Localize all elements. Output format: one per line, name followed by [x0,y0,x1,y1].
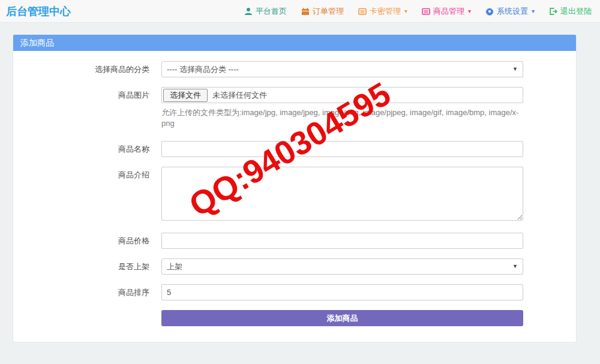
nav-item-label: 商品管理 [433,6,464,17]
intro-textarea[interactable] [161,167,523,221]
price-label: 商品价格 [13,233,161,249]
nav-item-label: 订单管理 [313,6,344,17]
nav-item-orders[interactable]: 订单管理 [301,6,344,17]
nav-item-label: 卡密管理 [370,6,401,17]
name-label: 商品名称 [13,141,161,157]
add-product-form: 选择商品的分类 ---- 选择商品分类 ---- ▼ 商品图片 选择文件 未选择… [13,51,576,342]
image-row: 商品图片 选择文件 未选择任何文件 允许上传的文件类型为:image/jpg, … [13,87,576,129]
submit-row: 添加商品 [13,310,576,326]
file-status-text: 未选择任何文件 [212,90,267,101]
price-row: 商品价格 [13,233,576,249]
nav-item-logout[interactable]: 退出登陆 [549,6,592,17]
panel-title: 添加商品 [13,35,576,51]
shelf-label: 是否上架 [13,258,161,275]
caret-down-icon: ▾ [468,8,471,14]
shelf-select[interactable]: 上架 [161,258,523,275]
nav-item-settings[interactable]: 系统设置 ▾ [485,6,535,17]
choose-file-button[interactable]: 选择文件 [163,89,208,102]
gear-icon [485,7,494,16]
upload-help-text: 允许上传的文件类型为:image/jpg, image/jpeg, image/… [161,107,523,129]
top-navbar: 后台管理中心 平台首页 订单管理 [0,0,600,23]
nav-item-home[interactable]: 平台首页 [244,6,287,17]
category-select[interactable]: ---- 选择商品分类 ---- [161,61,523,77]
caret-down-icon: ▾ [532,8,535,14]
caret-down-icon: ▾ [404,8,407,14]
nav-item-label: 退出登陆 [560,6,592,17]
nav-item-label: 平台首页 [256,6,287,17]
intro-row: 商品介绍 [13,167,576,223]
brand-title[interactable]: 后台管理中心 [6,4,71,19]
shelf-row: 是否上架 上架 ▼ [13,258,576,275]
price-input[interactable] [161,233,523,249]
sort-input[interactable] [161,284,523,300]
user-icon [244,7,253,16]
add-product-button[interactable]: 添加商品 [161,310,523,326]
card-list-icon [358,7,367,16]
file-input[interactable]: 选择文件 未选择任何文件 [161,87,523,103]
logout-icon [549,7,557,16]
nav-item-products[interactable]: 商品管理 ▾ [422,6,471,17]
sort-row: 商品排序 [13,284,576,300]
category-row: 选择商品的分类 ---- 选择商品分类 ---- ▼ [13,61,576,77]
intro-label: 商品介绍 [13,167,161,223]
nav-item-cards[interactable]: 卡密管理 ▾ [358,6,407,17]
name-row: 商品名称 [13,141,576,157]
category-label: 选择商品的分类 [13,61,161,77]
calendar-icon [301,7,310,16]
nav-item-label: 系统设置 [497,6,528,17]
name-input[interactable] [161,141,523,157]
image-label: 商品图片 [13,87,161,129]
add-product-panel: 添加商品 选择商品的分类 ---- 选择商品分类 ---- ▼ 商品图片 选择文… [13,34,577,342]
sort-label: 商品排序 [13,284,161,300]
nav-menu: 平台首页 订单管理 卡密管理 ▾ [244,6,592,17]
product-list-icon [422,7,430,16]
